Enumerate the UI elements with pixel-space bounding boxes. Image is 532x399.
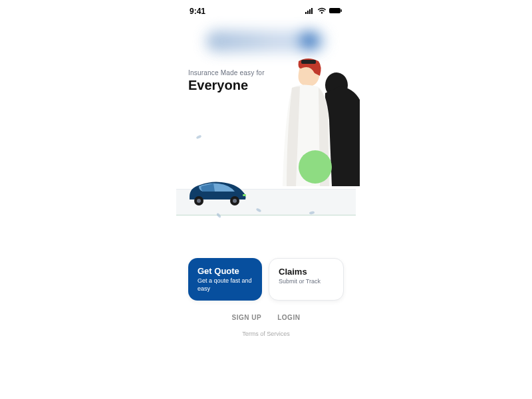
svg-rect-0 [305,12,307,14]
action-cards: Get Quote Get a qoute fast and easy Clai… [176,258,356,301]
svg-rect-5 [341,9,342,12]
cellular-icon [305,7,315,16]
svg-rect-1 [307,11,309,14]
get-quote-title: Get Quote [198,266,253,276]
svg-rect-7 [301,60,316,64]
claims-sub: Submit or Track [279,278,334,286]
status-bar: 9:41 [176,0,356,20]
leaf-icon [196,134,202,139]
svg-point-9 [197,199,201,203]
signup-link[interactable]: SIGN UP [232,314,262,321]
brand-badge-icon [301,32,318,49]
terms-link[interactable]: Terms of Services [176,331,356,337]
car-illustration [183,174,249,207]
wifi-icon [317,7,327,16]
phone-screen: 9:41 Insurance Made easy for Everyone [176,0,356,399]
svg-point-11 [233,199,237,203]
hero-section: Insurance Made easy for Everyone [176,69,356,222]
brand-logo-blurred [206,31,326,52]
login-link[interactable]: LOGIN [277,314,300,321]
auth-row: SIGN UP LOGIN [176,314,356,321]
status-indicators [305,7,342,16]
svg-rect-4 [329,8,340,13]
svg-rect-2 [309,9,311,14]
svg-rect-3 [311,8,313,14]
get-quote-sub: Get a qoute fast and easy [198,277,253,293]
claims-card[interactable]: Claims Submit or Track [269,258,344,301]
battery-icon [329,7,342,16]
get-quote-card[interactable]: Get Quote Get a qoute fast and easy [188,258,262,301]
claims-title: Claims [279,267,334,277]
accent-circle-icon [299,150,332,184]
svg-rect-12 [243,194,246,196]
status-time: 9:41 [190,7,205,16]
